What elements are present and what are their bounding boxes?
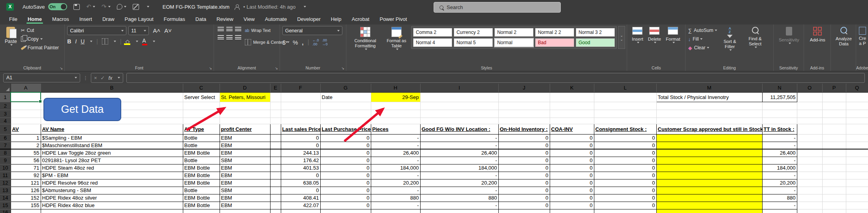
cell-Q6[interactable] [846,134,868,142]
cell-J12[interactable]: 0 [498,179,550,187]
style-chip-normal-2[interactable]: Normal 2 [494,28,534,37]
tab-page-layout[interactable]: Page Layout [120,13,159,24]
sort-filter-button[interactable]: AZ Sort & Filter [717,26,742,52]
cell-L8[interactable]: 0 [594,149,656,157]
col-header-F[interactable]: F [281,84,320,92]
cell-D12[interactable]: EBM [220,179,270,187]
cell-F10[interactable]: 401.53 [281,164,320,172]
cell-Q8[interactable] [846,149,868,157]
cell-I11[interactable]: - [420,172,498,179]
cell-F15[interactable]: 422.07 [281,202,320,209]
cell-E10[interactable] [270,164,281,172]
cell-C6[interactable]: Bottle [183,134,220,142]
cell-G5[interactable]: Last Purchase Price [320,124,371,134]
cell-L10[interactable]: 0 [594,164,656,172]
cell-N8[interactable]: 26,400 [762,149,797,157]
cell-D15[interactable]: EBM [220,202,270,209]
cell-K13[interactable]: 0 [550,187,594,194]
style-chip-currency-2[interactable]: Currency 2 [454,28,493,37]
cell-H5[interactable]: Pieces [371,124,420,134]
cell-P10[interactable] [822,164,846,172]
cell-J9[interactable]: 0 [498,157,550,164]
styles-gallery-more-icon[interactable]: ⌄⌄ [618,26,625,49]
cell-N5[interactable]: TT in Stock : [762,124,797,134]
cell-J2[interactable] [498,102,550,110]
cell-P13[interactable] [822,187,846,194]
insert-function-icon[interactable]: fx [109,75,113,81]
cell-N3[interactable] [762,110,797,118]
font-dialog-launcher-icon[interactable]: ↘ [209,66,212,70]
cell-Q3[interactable] [846,110,868,118]
bold-button[interactable]: B [67,38,71,45]
cell-G16[interactable] [320,209,371,213]
cell-L7[interactable]: 0 [594,142,656,149]
fx-chevron-icon[interactable] [118,77,120,78]
tab-acrobat[interactable]: Acrobat [346,13,374,24]
cell-A9[interactable]: 56 [11,157,41,164]
cell-B7[interactable]: $Maschinenstillstand EBM [41,142,183,149]
cell-B6[interactable]: $Sampling - EBM [41,134,183,142]
cell-N1[interactable]: 11,257,505 [762,92,797,102]
cell-L13[interactable]: 0 [594,187,656,194]
col-header-M[interactable]: M [656,84,762,92]
cell-I9[interactable]: - [420,157,498,164]
cell-A8[interactable]: 55 [11,149,41,157]
cell-E6[interactable] [270,134,281,142]
cell-K16[interactable] [550,209,594,213]
cell-C11[interactable]: EBM Bottle [183,172,220,179]
col-header-N[interactable]: N [762,84,797,92]
row-header-3[interactable]: 3 [0,110,11,118]
row-header-8[interactable]: 8 [0,149,11,157]
enter-formula-icon[interactable]: ✓ [101,75,105,81]
tab-power-pivot[interactable]: Power Pivot [374,13,412,24]
cell-M10[interactable] [656,164,762,172]
cell-K4[interactable] [550,118,594,124]
row-header-12[interactable]: 12 [0,179,11,187]
cell-F5[interactable]: Last sales Price [281,124,320,134]
horizontal-align-buttons[interactable] [216,34,242,40]
font-color-button[interactable]: A [142,37,147,45]
row-header-13[interactable]: 13 [0,187,11,194]
cancel-formula-icon[interactable]: × [94,75,97,81]
tab-developer[interactable]: Developer [292,13,325,24]
cell-P11[interactable] [822,172,846,179]
cell-O7[interactable] [797,142,822,149]
create-pdf-button[interactable]: Cre a P [859,26,866,47]
search-input[interactable]: Search [434,2,561,13]
cell-P7[interactable] [822,142,846,149]
cell-J8[interactable]: 0 [498,149,550,157]
cell-C2[interactable] [183,102,220,110]
cell-C13[interactable]: Bottle [183,187,220,194]
cell-L2[interactable] [594,102,656,110]
tab-data[interactable]: Data [190,13,211,24]
cell-I5[interactable]: Good FG W/o INV Location : [420,124,498,134]
cell-D4[interactable] [220,118,270,124]
cell-F13[interactable]: 0 [281,187,320,194]
style-chip-normal-3-2[interactable]: Normal 3 2 [576,28,615,37]
cell-A15[interactable]: 155 [11,202,41,209]
modified-chevron-icon[interactable] [302,6,306,7]
fill-button[interactable]: ↓Fill [688,35,717,43]
style-chip-bad[interactable]: Bad [535,38,574,47]
cell-M6[interactable] [656,134,762,142]
cell-O1[interactable] [797,92,822,102]
cell-J5[interactable]: On-Hold Inventory : [498,124,550,134]
decrease-decimal-icon[interactable]: .00→0 [322,38,327,46]
cell-G8[interactable]: 0 [320,149,371,157]
style-chip-normal-2-2[interactable]: Normal 2 2 [535,28,574,37]
cell-L9[interactable]: 0 [594,157,656,164]
cell-G4[interactable] [320,118,371,124]
italic-button[interactable]: I [75,38,77,45]
cell-Q10[interactable] [846,164,868,172]
cell-A6[interactable]: 1 [11,134,41,142]
cell-I1[interactable] [420,92,498,102]
cell-C9[interactable]: Bottle [183,157,220,164]
cell-A13[interactable]: 126 [11,187,41,194]
select-all-corner[interactable] [0,84,11,92]
delete-cells-button[interactable]: Delete [646,26,663,44]
col-header-K[interactable]: K [550,84,594,92]
cell-J4[interactable] [498,118,550,124]
cell-E4[interactable] [270,118,281,124]
tab-file[interactable]: File [4,13,23,24]
cell-F1[interactable] [281,92,320,102]
